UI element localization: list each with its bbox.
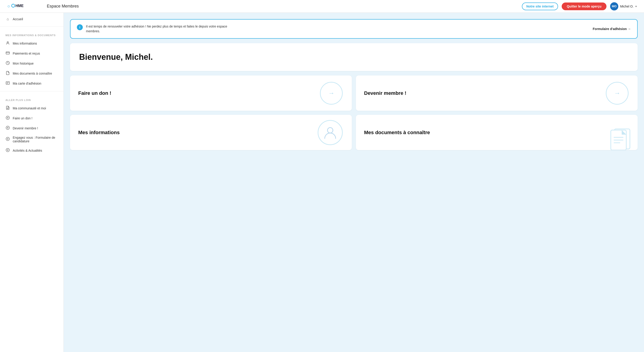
svg-point-23 — [328, 128, 333, 133]
sidebar-item-paiements[interactable]: Paiements et reçus — [0, 48, 64, 58]
adhesion-link[interactable]: Formulaire d'adhésion → — [593, 27, 631, 31]
plus-circle-2-icon — [6, 126, 10, 131]
sidebar-item-activites[interactable]: Activités & Actualités — [0, 146, 64, 156]
document-card-icon — [608, 126, 633, 150]
sidebar-item-devenir[interactable]: Devenir membre ! — [0, 123, 64, 133]
page-title: Espace Membres — [47, 4, 79, 9]
sidebar-carte-label: Ma carte d'adhésion — [13, 82, 42, 85]
user-menu[interactable]: MO Michel O. ▾ — [610, 2, 637, 10]
faire-don-card[interactable]: Faire un don ! → — [70, 76, 352, 111]
sidebar-mes-informations-label: Mes informations — [13, 42, 37, 45]
alert-text: Il est temps de renouveler votre adhésio… — [86, 24, 240, 34]
svg-rect-6 — [6, 82, 10, 84]
sidebar-paiements-label: Paiements et reçus — [13, 52, 40, 55]
alert-content: i Il est temps de renouveler votre adhés… — [77, 24, 240, 34]
faire-don-arrow-icon: → — [328, 90, 334, 97]
svg-point-0 — [12, 4, 15, 7]
notre-site-button[interactable]: Notre site internet — [522, 2, 558, 10]
faire-don-label: Faire un don ! — [78, 90, 111, 96]
devenir-membre-arrow-circle: → — [606, 82, 628, 104]
welcome-card: Bienvenue, Michel. — [70, 43, 638, 71]
sidebar-item-historique[interactable]: Mon historique — [0, 58, 64, 68]
header-left: ○ HME Espace Membres — [7, 2, 79, 10]
card-icon — [6, 81, 10, 86]
sidebar-item-mes-informations[interactable]: Mes informations — [0, 38, 64, 48]
mes-informations-icon-circle — [318, 120, 343, 145]
sidebar-item-communaute[interactable]: Ma communauté et moi — [0, 103, 64, 113]
sidebar-item-documents[interactable]: Mes documents à connaître — [0, 68, 64, 78]
user-icon — [6, 41, 10, 46]
devenir-membre-label: Devenir membre ! — [364, 90, 406, 96]
sidebar-activites-label: Activités & Actualités — [13, 149, 42, 152]
chevron-down-icon: ▾ — [635, 5, 637, 8]
avatar: MO — [610, 2, 618, 10]
logo-text: HME — [11, 2, 25, 10]
logo[interactable]: ○ HME — [7, 2, 25, 10]
main-content: i Il est temps de renouveler votre adhés… — [64, 13, 644, 352]
sidebar-documents-label: Mes documents à connaître — [13, 72, 52, 75]
faire-don-arrow-circle: → — [320, 82, 343, 104]
sidebar-item-carte[interactable]: Ma carte d'adhésion — [0, 78, 64, 88]
sidebar-communaute-label: Ma communauté et moi — [13, 106, 46, 110]
clock-icon — [6, 61, 10, 66]
sidebar-item-don[interactable]: Faire un don ! — [0, 113, 64, 123]
community-icon — [6, 106, 10, 111]
sidebar-historique-label: Mon historique — [13, 62, 34, 65]
welcome-title: Bienvenue, Michel. — [79, 52, 628, 62]
sidebar-divider-2 — [0, 91, 64, 92]
credit-card-icon — [6, 51, 10, 56]
sidebar-devenir-label: Devenir membre ! — [13, 126, 38, 130]
mes-informations-card[interactable]: Mes informations — [70, 115, 352, 150]
logo-icon: ○ — [7, 4, 10, 9]
sidebar: ⌂ Accueil MES INFORMATIONS & DOCUMENTS M… — [0, 13, 64, 352]
person-icon — [323, 125, 338, 140]
user-name: Michel O. — [620, 4, 634, 8]
plus-circle-icon — [6, 116, 10, 121]
devenir-membre-arrow-icon: → — [614, 90, 620, 97]
sidebar-don-label: Faire un don ! — [13, 116, 32, 120]
header: ○ HME Espace Membres Notre site internet… — [0, 0, 644, 13]
svg-rect-3 — [6, 52, 10, 54]
info-icon: i — [77, 24, 83, 30]
sidebar-item-engagez[interactable]: Engagez vous : Formulaire de candidature — [0, 133, 64, 146]
devenir-membre-card[interactable]: Devenir membre ! → — [356, 76, 638, 111]
layout: ⌂ Accueil MES INFORMATIONS & DOCUMENTS M… — [0, 13, 644, 352]
mes-documents-card[interactable]: Mes documents à connaître — [356, 115, 638, 150]
sidebar-engagez-label: Engagez vous : Formulaire de candidature — [13, 136, 58, 143]
sidebar-item-label: Accueil — [13, 17, 23, 21]
plus-circle-4-icon — [6, 148, 10, 153]
sidebar-section-label-1: MES INFORMATIONS & DOCUMENTS — [0, 29, 64, 38]
alert-banner: i Il est temps de renouveler votre adhés… — [70, 19, 638, 39]
plus-circle-3-icon — [6, 137, 10, 142]
document-icon — [6, 71, 10, 76]
cards-grid: Faire un don ! → Devenir membre ! → Mes … — [70, 76, 638, 150]
sidebar-section-label-2: ALLER PLUS LOIN — [0, 94, 64, 103]
svg-text:HME: HME — [16, 4, 24, 8]
quit-mode-button[interactable]: Quitter le mode aperçu — [562, 2, 606, 10]
mes-documents-card-label: Mes documents à connaître — [364, 130, 430, 136]
svg-point-2 — [7, 42, 8, 43]
home-icon: ⌂ — [6, 17, 10, 21]
sidebar-item-accueil[interactable]: ⌂ Accueil — [0, 14, 64, 24]
header-right: Notre site internet Quitter le mode aper… — [522, 2, 637, 10]
mes-informations-card-label: Mes informations — [78, 130, 120, 136]
